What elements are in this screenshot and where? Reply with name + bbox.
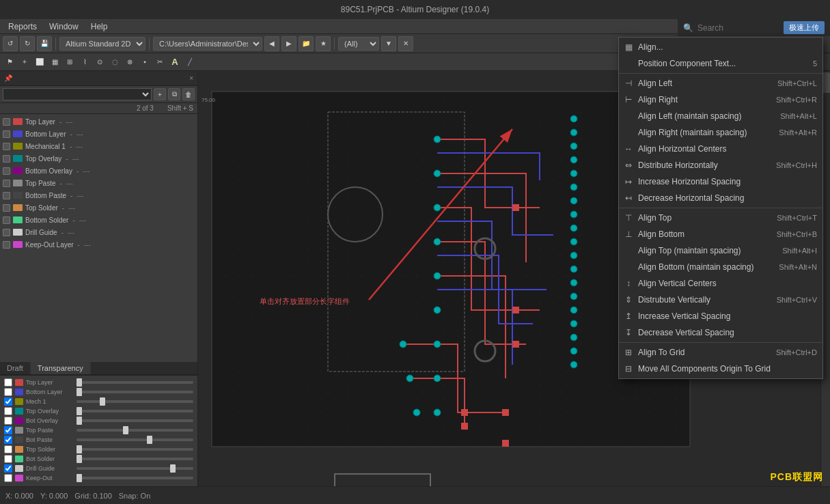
search-input[interactable]: [697, 23, 779, 33]
layer-checkbox[interactable]: [3, 180, 10, 187]
draft-tab[interactable]: Draft: [0, 362, 31, 374]
fill-icon-btn[interactable]: ▪: [138, 55, 152, 69]
select-icon-btn[interactable]: ⬜: [33, 55, 46, 69]
layer-row[interactable]: Top Overlay - ---: [0, 152, 197, 165]
chart-icon-btn[interactable]: ▦: [48, 55, 61, 69]
panel-add-btn[interactable]: +: [154, 88, 166, 100]
layer-checkbox[interactable]: [3, 118, 10, 126]
trans-checkbox-7[interactable]: [4, 445, 12, 453]
menu-reports[interactable]: Reports: [3, 20, 42, 33]
trans-slider-track-9[interactable]: [77, 467, 193, 470]
trans-slider-thumb-5[interactable]: [123, 426, 128, 434]
menu-item-increase-horizontal-spacing[interactable]: ↦ Increase Horizontal Spacing: [619, 173, 822, 190]
path-dropdown[interactable]: C:\Users\Administrator\Deskto...: [153, 37, 262, 51]
panel-copy-btn[interactable]: ⧉: [168, 88, 180, 100]
component-icon-btn[interactable]: ⊞: [63, 55, 77, 69]
layer-row[interactable]: Bottom Paste - ---: [0, 189, 197, 201]
trans-checkbox-9[interactable]: [4, 464, 12, 473]
panel-select[interactable]: [3, 88, 152, 100]
layer-row[interactable]: Top Paste - ---: [0, 177, 197, 189]
trans-slider-track-0[interactable]: [77, 381, 193, 384]
layer-checkbox[interactable]: [3, 155, 10, 163]
nav-back-button[interactable]: ◀: [264, 36, 279, 51]
trans-checkbox-10[interactable]: [4, 474, 12, 482]
redo-button[interactable]: ↻: [20, 36, 35, 51]
menu-item-align-horizontal-centers[interactable]: ↔ Align Horizontal Centers: [619, 141, 822, 157]
trans-slider-thumb-10[interactable]: [77, 474, 82, 482]
trans-checkbox-5[interactable]: [4, 426, 12, 434]
menu-item-align-to-grid[interactable]: ⊞ Align To Grid Shift+Ctrl+D: [619, 344, 822, 361]
trans-checkbox-8[interactable]: [4, 455, 12, 463]
menu-item-align-right[interactable]: ⊢ Align Right Shift+Ctrl+R: [619, 92, 822, 108]
filter-icon-btn[interactable]: ⚑: [3, 55, 16, 69]
layer-checkbox[interactable]: [3, 167, 10, 175]
layer-row[interactable]: Mechanical 1 - ---: [0, 140, 197, 152]
panel-close-btn[interactable]: ×: [189, 74, 193, 82]
filter-button[interactable]: ▼: [381, 36, 396, 51]
trans-checkbox-1[interactable]: [4, 388, 12, 396]
layer-row[interactable]: Top Solder - ---: [0, 201, 197, 214]
trans-slider-track-3[interactable]: [77, 410, 193, 412]
menu-item-align[interactable]: ▦ Align...: [619, 39, 822, 55]
menu-item-distribute-horizontally[interactable]: ⇔ Distribute Horizontally Shift+Ctrl+H: [619, 157, 822, 173]
pad-icon-btn[interactable]: ⊙: [93, 55, 107, 69]
menu-item-align-left[interactable]: ⊣ Align Left Shift+Ctrl+L: [619, 75, 822, 92]
cut-icon-btn[interactable]: ✂: [153, 55, 167, 69]
trans-slider-thumb-7[interactable]: [77, 445, 82, 453]
trans-checkbox-2[interactable]: [4, 397, 12, 406]
menu-item-move-all-origin-to-grid[interactable]: ⊟ Move All Components Origin To Grid: [619, 361, 822, 377]
trans-slider-thumb-4[interactable]: [77, 417, 82, 425]
save-button[interactable]: 💾: [37, 36, 52, 51]
trans-slider-track-5[interactable]: [77, 429, 193, 432]
trans-slider-thumb-0[interactable]: [77, 378, 82, 387]
panel-del-btn[interactable]: 🗑: [182, 88, 195, 100]
trans-slider-thumb-1[interactable]: [77, 388, 82, 396]
menu-help[interactable]: Help: [85, 20, 113, 33]
menu-item-align-left-maintain[interactable]: Align Left (maintain spacing) Shift+Alt+…: [619, 108, 822, 124]
trans-slider-thumb-2[interactable]: [100, 397, 105, 406]
trans-slider-thumb-8[interactable]: [77, 455, 82, 463]
trans-slider-track-10[interactable]: [77, 477, 193, 479]
trans-slider-track-4[interactable]: [77, 419, 193, 422]
layer-checkbox[interactable]: [3, 229, 10, 236]
menu-item-align-bottom-maintain[interactable]: Align Bottom (maintain spacing) Shift+Al…: [619, 259, 822, 275]
layer-row[interactable]: Keep-Out Layer - ---: [0, 238, 197, 251]
layer-row[interactable]: Bottom Solder - ---: [0, 214, 197, 226]
folder-button[interactable]: 📁: [299, 36, 314, 51]
menu-item-decrease-horizontal-spacing[interactable]: ↤ Decrease Horizontal Spacing: [619, 190, 822, 206]
trans-slider-thumb-3[interactable]: [77, 407, 82, 415]
menu-item-distribute-vertically[interactable]: ⇕ Distrubute Vertically Shift+Ctrl+V: [619, 292, 822, 308]
trans-checkbox-6[interactable]: [4, 436, 12, 444]
menu-item-increase-vertical-spacing[interactable]: ↥ Increase Vertical Spacing: [619, 308, 822, 324]
layer-row[interactable]: Bottom Overlay - ---: [0, 165, 197, 177]
layer-checkbox[interactable]: [3, 143, 10, 150]
nav-forward-button[interactable]: ▶: [281, 36, 296, 51]
layer-checkbox[interactable]: [3, 204, 10, 212]
panel-pin-icon[interactable]: 📌: [4, 74, 12, 82]
layer-row[interactable]: Drill Guide - ---: [0, 226, 197, 238]
menu-item-position-component-text[interactable]: Position Component Text... 5: [619, 55, 822, 72]
menu-item-align-vertical-centers[interactable]: ↕ Align Vertical Centers: [619, 275, 822, 292]
layer-checkbox[interactable]: [3, 216, 10, 224]
menu-item-decrease-vertical-spacing[interactable]: ↧ Decrease Vertical Spacing: [619, 324, 822, 341]
layer-row[interactable]: Top Layer - ---: [0, 115, 197, 128]
menu-item-align-top[interactable]: ⊤ Align Top Shift+Ctrl+T: [619, 210, 822, 226]
layer-dropdown[interactable]: (All): [338, 37, 379, 51]
layer-checkbox[interactable]: [3, 130, 10, 138]
trans-slider-track-1[interactable]: [77, 391, 193, 393]
trans-checkbox-0[interactable]: [4, 378, 12, 387]
menu-item-align-right-maintain[interactable]: Align Right (maintain spacing) Shift+Alt…: [619, 124, 822, 141]
trans-checkbox-4[interactable]: [4, 417, 12, 425]
measure-icon-btn[interactable]: ⊗: [123, 55, 137, 69]
star-button[interactable]: ★: [316, 36, 331, 51]
trans-slider-track-6[interactable]: [77, 438, 193, 441]
layer-row[interactable]: Bottom Layer - ---: [0, 128, 197, 140]
trans-slider-thumb-9[interactable]: [170, 464, 176, 473]
menu-item-align-bottom[interactable]: ⊥ Align Bottom Shift+Ctrl+B: [619, 226, 822, 242]
wire-icon-btn[interactable]: ⌇: [78, 55, 92, 69]
standard-mode-dropdown[interactable]: Altium Standard 2D: [59, 37, 146, 51]
menu-item-align-top-maintain[interactable]: Align Top (maintain spacing) Shift+Alt+I: [619, 242, 822, 259]
trans-checkbox-3[interactable]: [4, 407, 12, 415]
arc-icon-btn[interactable]: ◌: [108, 55, 122, 69]
trans-slider-track-2[interactable]: [77, 400, 193, 403]
